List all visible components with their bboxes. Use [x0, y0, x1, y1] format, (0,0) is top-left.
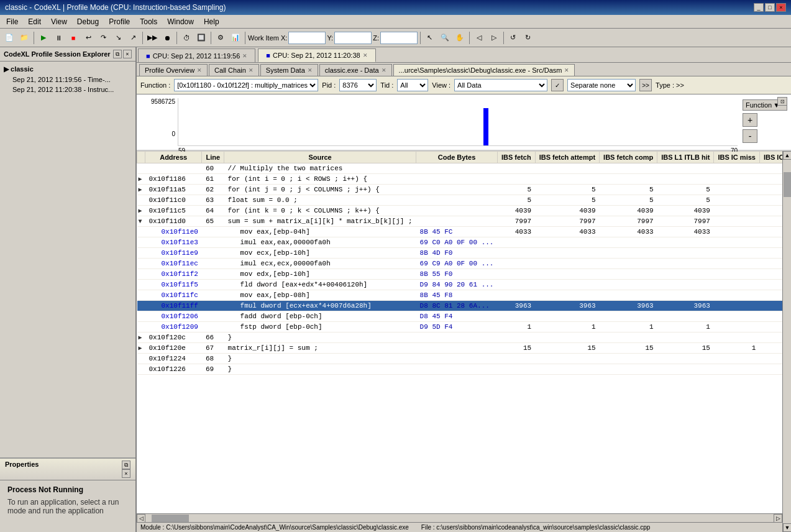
sidebar-item-session1[interactable]: Sep 21, 2012 11:19:56 - Time-... — [0, 75, 135, 85]
menu-edit[interactable]: Edit — [24, 16, 45, 27]
table-row[interactable]: 0x10f11f5fld dword [eax+edx*4+00406120h]… — [137, 280, 783, 290]
sidebar-float-btn[interactable]: ⧉ — [113, 50, 122, 58]
menu-tools[interactable]: Tools — [136, 16, 161, 27]
expand-cell[interactable] — [137, 163, 145, 174]
toolbar-timer-btn[interactable]: ⏱ — [180, 31, 193, 45]
table-row[interactable]: 0x10f11fffmul dword [ecx+eax*4+007d6a28h… — [137, 301, 783, 311]
expand-cell[interactable] — [137, 237, 145, 248]
expand-cell[interactable] — [137, 290, 145, 301]
expand-cell[interactable] — [137, 195, 145, 206]
v-scrollbar-down-btn[interactable]: ▼ — [783, 523, 791, 532]
cpu-tab-session2[interactable]: ■ CPU: Sep 21, 2012 11:20:38 ✕ — [258, 48, 375, 62]
menu-window[interactable]: Window — [163, 16, 198, 27]
table-row[interactable]: 0x10f11e3imul eax,eax,00000fa0h69 C0 A0 … — [137, 237, 783, 248]
table-row[interactable]: 60// Multiply the two matrices — [137, 163, 783, 174]
expand-cell[interactable] — [137, 322, 145, 332]
sidebar-item-classic[interactable]: ▶ classic — [0, 64, 135, 75]
workitem-y-input[interactable] — [334, 32, 372, 44]
tab-close-classic-data[interactable]: ✕ — [382, 67, 386, 73]
tab-close-call-chain[interactable]: ✕ — [249, 67, 254, 73]
table-row[interactable]: 0x10f11fcmov eax,[ebp-08h]8B 45 F8 — [137, 290, 783, 301]
col-ibs-ic-miss[interactable]: IBS IC miss — [714, 152, 760, 163]
chart-maximize-btn[interactable]: ⊡ — [777, 97, 787, 106]
toolbar-refresh-btn[interactable]: ↺ — [506, 31, 520, 45]
maximize-button[interactable]: □ — [765, 3, 775, 12]
expand-cell[interactable]: ▶ — [137, 332, 145, 343]
col-ibs-fetch-comp[interactable]: IBS fetch comp — [600, 152, 657, 163]
sidebar-close-btn[interactable]: × — [123, 50, 132, 58]
tab-close-profile-overview[interactable]: ✕ — [197, 67, 202, 73]
toolbar-back-btn[interactable]: ◁ — [472, 31, 486, 45]
toolbar-extra2-btn[interactable]: 📊 — [229, 31, 242, 45]
toolbar-restart-btn[interactable]: ↩ — [81, 31, 95, 45]
menu-view[interactable]: View — [47, 16, 71, 27]
table-row[interactable]: 0x10f11e9mov ecx,[ebp-10h]8B 4D F0 — [137, 248, 783, 259]
tab-call-chain[interactable]: Call Chain ✕ — [209, 64, 259, 76]
toolbar-pause-btn[interactable]: ⏸ — [52, 31, 65, 45]
menu-help[interactable]: Help — [200, 16, 223, 27]
expand-cell[interactable] — [137, 248, 145, 259]
table-row[interactable]: 0x10f11f2mov edx,[ebp-10h]8B 55 F0 — [137, 269, 783, 280]
tab-src-dasm[interactable]: ...urce\Samples\classic\Debug\classic.ex… — [393, 64, 575, 76]
toolbar-gpu-btn[interactable]: 🔲 — [194, 31, 208, 45]
expand-cell[interactable] — [137, 311, 145, 322]
tab-profile-overview[interactable]: Profile Overview ✕ — [139, 64, 208, 76]
toolbar-new-btn[interactable]: 📄 — [2, 31, 16, 45]
toolbar-stepin-btn[interactable]: ↘ — [111, 31, 125, 45]
h-scrollbar-right-btn[interactable]: ▷ — [774, 514, 782, 523]
expand-cell[interactable] — [137, 364, 145, 375]
toolbar-extra1-btn[interactable]: ⚙ — [214, 31, 227, 45]
table-row[interactable]: 0x10f122669} — [137, 364, 783, 375]
col-bytes[interactable]: Code Bytes — [416, 152, 498, 163]
toolbar-open-btn[interactable]: 📁 — [17, 31, 31, 45]
menu-debug[interactable]: Debug — [73, 16, 103, 27]
table-row[interactable]: ▶0x10f11a562for (int j = 0 ; j < COLUMNS… — [137, 185, 783, 195]
table-row[interactable]: ▶0x10f118661for (int i = 0 ; i < ROWS ; … — [137, 174, 783, 185]
col-source[interactable]: Source — [224, 152, 416, 163]
properties-float-btn[interactable]: ⧉ — [122, 461, 130, 469]
expand-cell[interactable]: ▶ — [137, 206, 145, 216]
expand-cell[interactable]: ▶ — [137, 343, 145, 354]
table-row[interactable]: 0x10f122468} — [137, 354, 783, 364]
col-line[interactable]: Line — [202, 152, 224, 163]
table-row[interactable]: 0x10f11c063float sum = 0.0 ;5555 — [137, 195, 783, 206]
view-check-btn[interactable]: ✓ — [551, 79, 564, 91]
h-scrollbar-left-btn[interactable]: ◁ — [137, 514, 145, 523]
table-row[interactable]: 0x10f1209fstp dword [ebp-0ch]D9 5D F4111… — [137, 322, 783, 332]
menu-profile[interactable]: Profile — [105, 16, 134, 27]
workitem-z-input[interactable] — [380, 32, 418, 44]
expand-cell[interactable] — [137, 259, 145, 269]
table-row[interactable]: ▶0x10f11c564for (int k = 0 ; k < COLUMNS… — [137, 206, 783, 216]
tab-classic-data[interactable]: classic.exe - Data ✕ — [319, 64, 392, 76]
close-button[interactable]: × — [776, 3, 786, 12]
menu-file[interactable]: File — [2, 16, 22, 27]
col-ibs-fetch[interactable]: IBS fetch — [497, 152, 535, 163]
v-scrollbar-up-btn[interactable]: ▲ — [783, 151, 791, 160]
function-select[interactable]: [0x10f1180 - 0x10f122f] : multiply_matri… — [174, 79, 318, 91]
cpu-tab-session1[interactable]: ■ CPU: Sep 21, 2012 11:19:56 ✕ — [138, 48, 255, 62]
tid-select[interactable]: All — [397, 79, 428, 91]
toolbar-pan-btn[interactable]: ✋ — [453, 31, 467, 45]
expand-cell[interactable]: ▶ — [137, 174, 145, 185]
toolbar-run-btn[interactable]: ▶ — [37, 31, 50, 45]
h-scrollbar-thumb[interactable] — [152, 515, 189, 522]
asm-table-container[interactable]: Address Line Source Code Bytes IBS fetch… — [137, 151, 782, 513]
chart-minus-btn[interactable]: - — [743, 129, 757, 143]
horizontal-scrollbar[interactable]: ◁ ▷ — [137, 513, 782, 522]
table-row[interactable]: ▶0x10f120c66} — [137, 332, 783, 343]
toolbar-stepover-btn[interactable]: ↷ — [96, 31, 110, 45]
expand-cell[interactable]: ▶ — [137, 185, 145, 195]
v-scrollbar-track[interactable] — [783, 160, 791, 523]
toolbar-stepout-btn[interactable]: ↗ — [126, 31, 140, 45]
expand-cell[interactable] — [137, 227, 145, 237]
table-row[interactable]: 0x10f1206fadd dword [ebp-0ch]D8 45 F4 — [137, 311, 783, 322]
separate-select[interactable]: Separate none — [567, 79, 636, 91]
view-select[interactable]: All Data — [454, 79, 547, 91]
cpu-tab-close2[interactable]: ✕ — [363, 52, 368, 58]
col-ibs-fetch-att[interactable]: IBS fetch attempt — [535, 152, 599, 163]
more-btn[interactable]: >> — [639, 79, 652, 91]
tab-close-system-data[interactable]: ✕ — [308, 67, 313, 73]
table-row[interactable]: 0x10f11e0mov eax,[ebp-04h]8B 45 FC403340… — [137, 227, 783, 237]
col-expand[interactable] — [137, 152, 145, 163]
table-row[interactable]: 0x10f11ecimul ecx,ecx,00000fa0h69 C9 A0 … — [137, 259, 783, 269]
